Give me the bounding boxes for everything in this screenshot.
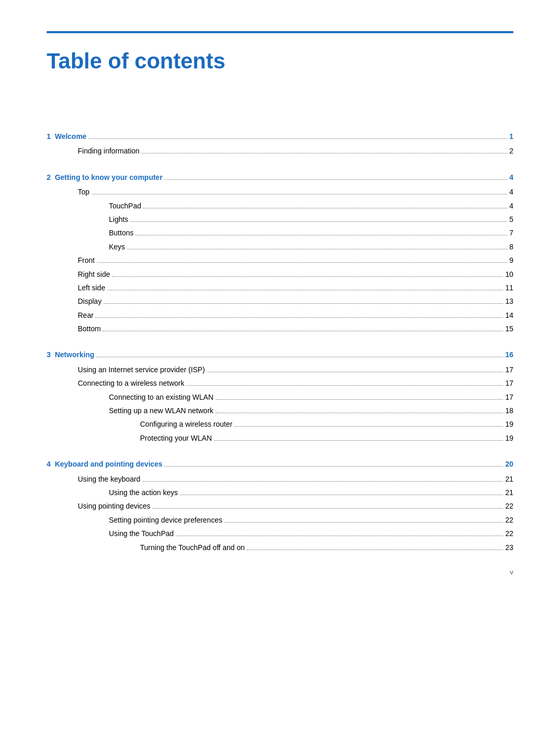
toc-entry: TouchPad4 xyxy=(47,200,513,212)
toc-dots xyxy=(97,262,508,263)
toc-page-number: 8 xyxy=(509,241,513,252)
chapter-label-ch2: 2 Getting to know your computer xyxy=(47,172,162,183)
toc-section: 1 Welcome1Finding information22 Getting … xyxy=(47,131,513,553)
toc-page-number: 22 xyxy=(505,514,513,526)
toc-page-number: 16 xyxy=(505,349,513,360)
toc-entry-label: Front xyxy=(78,255,95,266)
toc-dots xyxy=(216,413,503,413)
toc-entry: Connecting to a wireless network17 xyxy=(47,377,513,389)
toc-entry-label: Setting up a new WLAN network xyxy=(109,405,214,416)
toc-entry: Using pointing devices22 xyxy=(47,500,513,512)
toc-dots xyxy=(112,276,503,277)
toc-entry: Using an Internet service provider (ISP)… xyxy=(47,364,513,375)
toc-dots xyxy=(186,385,503,386)
toc-dots xyxy=(95,317,503,318)
toc-chapter-ch4: 4 Keyboard and pointing devices20 xyxy=(47,458,513,470)
toc-page-number: 4 xyxy=(509,200,513,212)
toc-page-number: 15 xyxy=(505,323,513,334)
toc-entry: Turning the TouchPad off and on23 xyxy=(47,542,513,553)
toc-page-number: 18 xyxy=(505,405,513,416)
page-footer: v xyxy=(510,568,514,576)
toc-entry: Keys8 xyxy=(47,241,513,252)
toc-dots xyxy=(142,153,507,153)
toc-entry: Using the TouchPad22 xyxy=(47,528,513,539)
toc-entry-label: Connecting to a wireless network xyxy=(78,377,184,389)
toc-dots xyxy=(143,208,507,208)
toc-entry: Using the keyboard21 xyxy=(47,473,513,485)
chapter-label-ch1: 1 Welcome xyxy=(47,131,87,142)
chapter-label-ch4: 4 Keyboard and pointing devices xyxy=(47,458,162,470)
toc-entry-label: Using the keyboard xyxy=(78,473,141,485)
toc-page-number: 13 xyxy=(505,296,513,307)
toc-entry-label: Display xyxy=(78,296,102,307)
toc-page-number: 7 xyxy=(509,227,513,238)
toc-dots xyxy=(180,495,503,495)
toc-entry: Lights5 xyxy=(47,214,513,225)
toc-entry-label: Left side xyxy=(78,282,105,293)
toc-dots xyxy=(216,399,503,400)
toc-dots xyxy=(135,235,507,235)
toc-dots xyxy=(89,138,507,139)
toc-entry-label: Buttons xyxy=(109,227,133,238)
toc-chapter-ch2: 2 Getting to know your computer4 xyxy=(47,172,513,183)
toc-entry: Configuring a wireless router19 xyxy=(47,418,513,430)
toc-page-number: 5 xyxy=(509,214,513,225)
toc-entry-label: Using pointing devices xyxy=(78,500,150,512)
toc-entry-label: Connecting to an existing WLAN xyxy=(109,391,214,403)
toc-entry: Using the action keys21 xyxy=(47,487,513,498)
toc-dots xyxy=(164,466,503,467)
toc-dots xyxy=(152,508,503,509)
toc-page-number: 21 xyxy=(505,473,513,485)
toc-page-number: 17 xyxy=(505,377,513,389)
toc-page-number: 9 xyxy=(509,255,513,266)
toc-entry-label: Rear xyxy=(78,310,93,321)
page-container: Table of contents 1 Welcome1Finding info… xyxy=(0,0,560,597)
toc-entry: Rear14 xyxy=(47,310,513,321)
toc-page-number: 21 xyxy=(505,487,513,498)
toc-entry: Right side10 xyxy=(47,269,513,280)
chapter-label-ch3: 3 Networking xyxy=(47,349,94,360)
toc-page-number: 20 xyxy=(505,458,513,470)
toc-entry-label: Finding information xyxy=(78,145,139,157)
toc-entry: Setting pointing device preferences22 xyxy=(47,514,513,526)
toc-dots xyxy=(234,426,503,427)
toc-dots xyxy=(143,481,503,482)
toc-dots xyxy=(176,536,503,536)
toc-entry-label: Bottom xyxy=(78,323,101,334)
toc-entry-label: Using the action keys xyxy=(109,487,178,498)
toc-dots xyxy=(207,372,503,372)
toc-page-number: 19 xyxy=(505,432,513,444)
toc-page-number: 4 xyxy=(509,186,513,198)
toc-dots xyxy=(104,303,503,304)
toc-entry-label: Using the TouchPad xyxy=(109,528,174,539)
toc-entry: Buttons7 xyxy=(47,227,513,238)
toc-entry: Finding information2 xyxy=(47,145,513,157)
toc-entry: Front9 xyxy=(47,255,513,266)
toc-entry-label: Keys xyxy=(109,241,125,252)
top-border xyxy=(47,31,513,33)
toc-entry: Left side11 xyxy=(47,282,513,293)
toc-dots xyxy=(130,221,507,222)
toc-entry-label: TouchPad xyxy=(109,200,141,212)
toc-page-number: 22 xyxy=(505,500,513,512)
toc-dots xyxy=(247,550,503,550)
toc-entry-label: Lights xyxy=(109,214,128,225)
toc-dots xyxy=(164,179,507,180)
toc-entry-label: Configuring a wireless router xyxy=(140,418,232,430)
toc-dots xyxy=(127,249,507,249)
toc-entry-label: Right side xyxy=(78,269,110,280)
toc-dots xyxy=(92,194,508,194)
toc-dots xyxy=(103,331,503,331)
toc-chapter-ch3: 3 Networking16 xyxy=(47,349,513,360)
toc-dots xyxy=(96,357,503,357)
toc-entry: Connecting to an existing WLAN17 xyxy=(47,391,513,403)
toc-page-number: 19 xyxy=(505,418,513,430)
toc-page-number: 22 xyxy=(505,528,513,539)
toc-page-number: 17 xyxy=(505,364,513,375)
toc-entry-label: Top xyxy=(78,186,90,198)
toc-entry-label: Protecting your WLAN xyxy=(140,432,212,444)
toc-entry: Top4 xyxy=(47,186,513,198)
toc-chapter-ch1: 1 Welcome1 xyxy=(47,131,513,142)
toc-dots xyxy=(107,290,503,290)
toc-entry-label: Setting pointing device preferences xyxy=(109,514,222,526)
